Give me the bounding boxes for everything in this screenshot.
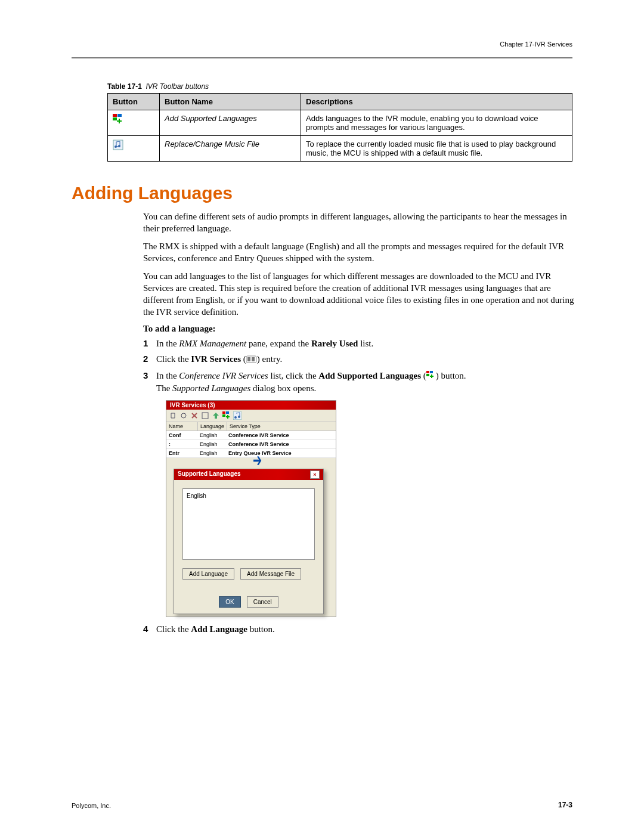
step-number: 2	[143, 353, 156, 366]
list-item: 1 In the RMX Management pane, expand the…	[143, 337, 584, 349]
cell-type: Entry Queue IVR Service	[226, 450, 336, 456]
header-rule	[72, 57, 572, 58]
svg-rect-25	[233, 411, 242, 420]
page-header-chapter: Chapter 17-IVR Services	[500, 41, 572, 48]
table-caption: Table 17-1 IVR Toolbar buttons	[107, 82, 572, 91]
step-text: dialog box opens.	[250, 383, 316, 393]
col-service-type: Service Type	[227, 422, 336, 431]
step-text: In the	[156, 339, 179, 348]
steps-list: 1 In the RMX Management pane, expand the…	[72, 337, 572, 394]
svg-rect-13	[426, 374, 429, 376]
toolbar-icon[interactable]	[201, 411, 209, 420]
step-number: 1	[143, 337, 156, 349]
table-row[interactable]: Conf English Conference IVR Service	[166, 431, 336, 440]
td-desc: Adds languages to the IVR module, enabli…	[301, 110, 572, 136]
step-text-italic: Conference IVR Services	[179, 371, 268, 380]
step-text: The	[156, 383, 172, 393]
steps-list-continued: 4 Click the Add Language button.	[72, 623, 572, 635]
th-name: Button Name	[160, 94, 301, 110]
music-file-icon	[113, 140, 123, 152]
td-name: Add Supported Languages	[160, 110, 301, 136]
ok-button[interactable]: OK	[219, 596, 240, 608]
step-text-bold: IVR Services	[191, 354, 241, 364]
table-row[interactable]: : English Conference IVR Service	[166, 440, 336, 449]
td-name: Replace/Change Music File	[160, 136, 301, 162]
col-language: Language	[198, 422, 227, 431]
svg-rect-0	[113, 114, 117, 117]
toolbar-icon[interactable]	[179, 411, 188, 420]
step-text-bold: Add Supported Languages	[318, 371, 421, 380]
close-icon[interactable]: ×	[310, 470, 320, 479]
cell-type: Conference IVR Service	[226, 441, 336, 447]
cell-language: English	[197, 450, 226, 456]
table-caption-label: Table 17-1	[107, 82, 142, 91]
delete-icon[interactable]	[190, 411, 199, 420]
svg-rect-9	[247, 357, 250, 361]
list-item: 3 In the Conference IVR Services list, c…	[143, 370, 584, 395]
ivr-services-icon	[246, 354, 257, 366]
add-language-button[interactable]: Add Language	[182, 568, 234, 580]
cell-type: Conference IVR Service	[226, 432, 336, 438]
footer-page-number: 17-3	[558, 801, 572, 809]
music-file-icon[interactable]	[233, 411, 242, 420]
step-text: list, click the	[268, 371, 319, 380]
step-text: button.	[247, 624, 275, 634]
body-paragraph: You can define different sets of audio p…	[143, 210, 578, 234]
cell-language: English	[197, 432, 226, 438]
dialog-titlebar: Supported Languages ×	[174, 469, 323, 480]
step-text-bold: Rarely Used	[311, 339, 358, 348]
step-text: Click the	[156, 354, 191, 364]
col-name: Name	[166, 422, 198, 431]
svg-rect-21	[226, 411, 229, 414]
ivr-toolbar-table: Button Button Name Descriptions Add Supp…	[107, 93, 572, 162]
body-paragraph: You can add languages to the list of lan…	[143, 270, 578, 318]
list-item: 2 Click the IVR Services () entry.	[143, 353, 584, 366]
svg-rect-16	[169, 411, 177, 420]
table-row: Add Supported Languages Adds languages t…	[108, 110, 572, 136]
svg-rect-1	[117, 114, 122, 117]
table-header-row: Name Language Service Type	[166, 422, 336, 431]
section-heading: Adding Languages	[72, 183, 572, 203]
window-titlebar: IVR Services (3)	[166, 401, 336, 410]
table-caption-text: IVR Toolbar buttons	[145, 82, 209, 91]
ivr-services-window: IVR Services (3) Name Language Service T…	[166, 400, 336, 617]
cell-name: Conf	[166, 432, 197, 438]
step-text: list.	[358, 339, 373, 348]
svg-rect-10	[252, 357, 255, 361]
dialog-title-text: Supported Languages	[178, 470, 241, 479]
svg-rect-20	[222, 411, 225, 414]
step-text: pane, expand the	[246, 339, 311, 348]
toolbar-icon[interactable]	[169, 411, 177, 420]
svg-rect-4	[117, 120, 122, 122]
step-text-italic: Supported Languages	[172, 383, 250, 393]
add-message-file-button[interactable]: Add Message File	[240, 568, 301, 580]
step-text: In the	[156, 371, 179, 380]
add-languages-icon	[113, 114, 125, 126]
footer-company: Polycom, Inc.	[72, 802, 111, 809]
step-text-italic: RMX Management	[179, 339, 246, 348]
svg-point-26	[234, 416, 237, 419]
cell-language: English	[197, 441, 226, 447]
body-paragraph: The RMX is shipped with a default langua…	[143, 240, 578, 264]
steps-title: To add a language:	[143, 324, 572, 334]
step-text: Click the	[156, 624, 191, 634]
th-desc: Descriptions	[301, 94, 572, 110]
step-number: 4	[143, 623, 156, 635]
arrow-down-icon: ➔	[253, 450, 262, 470]
cancel-button[interactable]: Cancel	[247, 596, 278, 608]
list-item[interactable]: English	[187, 493, 311, 499]
toolbar-icon[interactable]	[212, 411, 220, 420]
add-languages-icon[interactable]	[222, 411, 231, 420]
svg-rect-12	[430, 371, 433, 373]
language-listbox[interactable]: English	[182, 488, 315, 560]
step-text-bold: Add Language	[191, 624, 247, 634]
svg-rect-24	[226, 416, 230, 417]
svg-rect-15	[430, 376, 434, 377]
window-toolbar	[166, 410, 336, 422]
add-languages-icon	[426, 370, 436, 382]
table-row[interactable]: Entr English Entry Queue IVR Service	[166, 449, 336, 458]
step-number: 3	[143, 370, 156, 395]
th-button: Button	[108, 94, 160, 110]
svg-rect-11	[426, 371, 429, 373]
cell-name: Entr	[166, 450, 197, 456]
